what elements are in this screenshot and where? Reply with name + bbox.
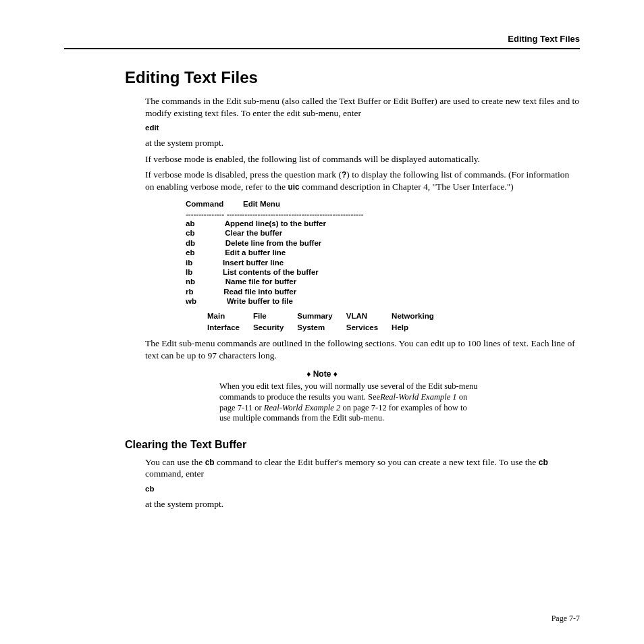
cb-command: cb bbox=[205, 458, 215, 467]
cb-command: cb bbox=[539, 458, 548, 467]
paragraph: at the system prompt. bbox=[145, 498, 580, 510]
uic-command: uic bbox=[288, 182, 299, 192]
menu-category: Services bbox=[346, 323, 390, 332]
menu-category: Main bbox=[207, 311, 252, 321]
note-heading: ♦ Note ♦ bbox=[64, 369, 580, 379]
menu-category: VLAN bbox=[346, 311, 390, 321]
section-title: Editing Text Files bbox=[125, 68, 580, 87]
text-run: command description in Chapter 4, "The U… bbox=[300, 182, 514, 192]
text-run: If verbose mode is disabled, press the q… bbox=[145, 169, 342, 180]
note-body: When you edit text files, you will norma… bbox=[219, 381, 479, 424]
xref-example-1: Real-World Example 1 bbox=[380, 392, 456, 402]
paragraph: The commands in the Edit sub-menu (also … bbox=[145, 95, 580, 119]
page-number: Page 7-7 bbox=[552, 614, 580, 624]
paragraph: If verbose mode is enabled, the followin… bbox=[145, 153, 580, 165]
page: Editing Text Files Editing Text Files Th… bbox=[0, 0, 644, 541]
menu-category: Help bbox=[392, 323, 446, 332]
paragraph: If verbose mode is disabled, press the q… bbox=[145, 169, 580, 192]
xref-example-2: Real-World Example 2 bbox=[264, 403, 340, 412]
menu-category: Interface bbox=[207, 323, 252, 332]
menu-category: Networking bbox=[392, 311, 446, 321]
command-menu-table: Command Edit Menu --------------- ------… bbox=[186, 199, 580, 306]
menu-footer: MainFileSummaryVLANNetworkingInterfaceSe… bbox=[206, 310, 448, 333]
menu-category: File bbox=[253, 311, 296, 321]
paragraph: The Edit sub-menu commands are outlined … bbox=[145, 338, 580, 361]
text-run: You can use the bbox=[145, 457, 205, 467]
running-head: Editing Text Files bbox=[64, 34, 580, 49]
paragraph: You can use the cb command to clear the … bbox=[145, 456, 580, 480]
body-text: You can use the cb command to clear the … bbox=[145, 456, 580, 510]
body-text: The commands in the Edit sub-menu (also … bbox=[145, 95, 580, 361]
subsection-title: Clearing the Text Buffer bbox=[125, 439, 580, 451]
menu-category: Security bbox=[253, 323, 296, 332]
menu-category: System bbox=[297, 323, 344, 332]
command-edit: edit bbox=[145, 123, 580, 133]
paragraph: at the system prompt. bbox=[145, 137, 580, 149]
menu-category: Summary bbox=[297, 311, 344, 321]
command-cb: cb bbox=[145, 484, 580, 494]
text-run: command to clear the Edit buffer's memor… bbox=[215, 457, 539, 467]
text-run: command, enter bbox=[145, 468, 204, 479]
